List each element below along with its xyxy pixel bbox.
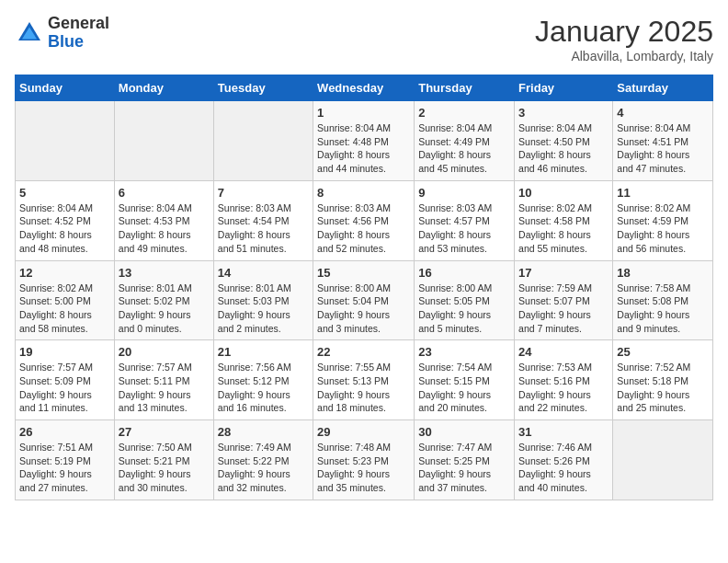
month-title: January 2025 (535, 15, 713, 49)
day-info: Sunrise: 7:46 AM Sunset: 5:26 PM Dayligh… (518, 441, 609, 495)
day-number: 17 (518, 266, 609, 280)
weekday-header-wednesday: Wednesday (313, 75, 415, 101)
day-info: Sunrise: 8:02 AM Sunset: 4:58 PM Dayligh… (518, 201, 609, 256)
day-info: Sunrise: 7:51 AM Sunset: 5:19 PM Dayligh… (19, 441, 110, 495)
day-info: Sunrise: 8:03 AM Sunset: 4:54 PM Dayligh… (218, 201, 309, 256)
day-number: 5 (19, 186, 110, 200)
week-row-5: 26Sunrise: 7:51 AM Sunset: 5:19 PM Dayli… (16, 420, 713, 500)
day-number: 30 (418, 425, 510, 439)
calendar-cell: 15Sunrise: 8:00 AM Sunset: 5:04 PM Dayli… (313, 260, 415, 340)
day-info: Sunrise: 8:04 AM Sunset: 4:49 PM Dayligh… (418, 121, 510, 176)
calendar-cell: 31Sunrise: 7:46 AM Sunset: 5:26 PM Dayli… (515, 420, 613, 500)
calendar-cell (114, 101, 213, 181)
day-number: 26 (19, 425, 110, 439)
calendar-cell (213, 101, 313, 181)
weekday-header-row: SundayMondayTuesdayWednesdayThursdayFrid… (16, 75, 713, 101)
day-number: 24 (518, 345, 609, 359)
calendar-cell: 6Sunrise: 8:04 AM Sunset: 4:53 PM Daylig… (114, 180, 213, 260)
calendar-cell: 17Sunrise: 7:59 AM Sunset: 5:07 PM Dayli… (515, 260, 613, 340)
day-info: Sunrise: 7:48 AM Sunset: 5:23 PM Dayligh… (317, 441, 410, 495)
calendar-cell: 30Sunrise: 7:47 AM Sunset: 5:25 PM Dayli… (415, 420, 515, 500)
day-number: 7 (218, 186, 309, 200)
day-number: 9 (418, 186, 510, 200)
day-info: Sunrise: 8:03 AM Sunset: 4:57 PM Dayligh… (418, 201, 510, 256)
calendar-cell: 23Sunrise: 7:54 AM Sunset: 5:15 PM Dayli… (415, 340, 515, 420)
calendar-cell: 12Sunrise: 8:02 AM Sunset: 5:00 PM Dayli… (16, 260, 115, 340)
calendar-cell: 4Sunrise: 8:04 AM Sunset: 4:51 PM Daylig… (613, 101, 713, 181)
calendar-cell: 28Sunrise: 7:49 AM Sunset: 5:22 PM Dayli… (213, 420, 313, 500)
day-number: 31 (518, 425, 609, 439)
calendar-cell: 1Sunrise: 8:04 AM Sunset: 4:48 PM Daylig… (313, 101, 415, 181)
calendar-cell: 10Sunrise: 8:02 AM Sunset: 4:58 PM Dayli… (515, 180, 613, 260)
day-number: 2 (418, 106, 510, 120)
weekday-header-tuesday: Tuesday (213, 75, 313, 101)
day-info: Sunrise: 8:04 AM Sunset: 4:48 PM Dayligh… (317, 121, 410, 176)
day-info: Sunrise: 8:04 AM Sunset: 4:52 PM Dayligh… (19, 201, 110, 256)
day-number: 3 (518, 106, 609, 120)
day-info: Sunrise: 7:57 AM Sunset: 5:09 PM Dayligh… (19, 361, 110, 415)
calendar-cell: 20Sunrise: 7:57 AM Sunset: 5:11 PM Dayli… (114, 340, 213, 420)
calendar-cell: 21Sunrise: 7:56 AM Sunset: 5:12 PM Dayli… (213, 340, 313, 420)
logo-general: General (48, 15, 109, 33)
calendar-cell: 22Sunrise: 7:55 AM Sunset: 5:13 PM Dayli… (313, 340, 415, 420)
calendar-cell: 27Sunrise: 7:50 AM Sunset: 5:21 PM Dayli… (114, 420, 213, 500)
day-number: 13 (119, 266, 210, 280)
calendar-cell: 9Sunrise: 8:03 AM Sunset: 4:57 PM Daylig… (415, 180, 515, 260)
logo: General Blue (15, 15, 109, 52)
weekday-header-monday: Monday (114, 75, 213, 101)
day-info: Sunrise: 7:58 AM Sunset: 5:08 PM Dayligh… (617, 282, 709, 336)
calendar-cell: 19Sunrise: 7:57 AM Sunset: 5:09 PM Dayli… (16, 340, 115, 420)
calendar-cell: 14Sunrise: 8:01 AM Sunset: 5:03 PM Dayli… (213, 260, 313, 340)
calendar-cell: 29Sunrise: 7:48 AM Sunset: 5:23 PM Dayli… (313, 420, 415, 500)
day-info: Sunrise: 8:04 AM Sunset: 4:50 PM Dayligh… (518, 121, 609, 176)
weekday-header-saturday: Saturday (613, 75, 713, 101)
weekday-header-sunday: Sunday (16, 75, 115, 101)
day-number: 16 (418, 266, 510, 280)
calendar-cell (613, 420, 713, 500)
calendar-cell: 13Sunrise: 8:01 AM Sunset: 5:02 PM Dayli… (114, 260, 213, 340)
day-info: Sunrise: 7:50 AM Sunset: 5:21 PM Dayligh… (119, 441, 210, 495)
calendar-cell: 5Sunrise: 8:04 AM Sunset: 4:52 PM Daylig… (16, 180, 115, 260)
day-info: Sunrise: 7:53 AM Sunset: 5:16 PM Dayligh… (518, 361, 609, 415)
day-number: 6 (119, 186, 210, 200)
day-info: Sunrise: 8:01 AM Sunset: 5:02 PM Dayligh… (119, 282, 210, 336)
calendar-cell: 24Sunrise: 7:53 AM Sunset: 5:16 PM Dayli… (515, 340, 613, 420)
day-info: Sunrise: 7:57 AM Sunset: 5:11 PM Dayligh… (119, 361, 210, 415)
day-number: 21 (218, 345, 309, 359)
day-info: Sunrise: 8:02 AM Sunset: 5:00 PM Dayligh… (19, 282, 110, 336)
day-info: Sunrise: 7:55 AM Sunset: 5:13 PM Dayligh… (317, 361, 410, 415)
day-number: 1 (317, 106, 410, 120)
calendar-cell: 3Sunrise: 8:04 AM Sunset: 4:50 PM Daylig… (515, 101, 613, 181)
day-number: 20 (119, 345, 210, 359)
title-block: January 2025 Albavilla, Lombardy, Italy (535, 15, 713, 63)
week-row-1: 1Sunrise: 8:04 AM Sunset: 4:48 PM Daylig… (16, 101, 713, 181)
day-number: 22 (317, 345, 410, 359)
day-info: Sunrise: 8:04 AM Sunset: 4:53 PM Dayligh… (119, 201, 210, 256)
day-number: 19 (19, 345, 110, 359)
logo-icon (15, 18, 44, 48)
day-number: 29 (317, 425, 410, 439)
day-info: Sunrise: 7:59 AM Sunset: 5:07 PM Dayligh… (518, 282, 609, 336)
calendar-cell: 8Sunrise: 8:03 AM Sunset: 4:56 PM Daylig… (313, 180, 415, 260)
day-number: 15 (317, 266, 410, 280)
calendar-cell: 2Sunrise: 8:04 AM Sunset: 4:49 PM Daylig… (415, 101, 515, 181)
week-row-2: 5Sunrise: 8:04 AM Sunset: 4:52 PM Daylig… (16, 180, 713, 260)
calendar-cell (16, 101, 115, 181)
day-number: 18 (617, 266, 709, 280)
calendar-cell: 7Sunrise: 8:03 AM Sunset: 4:54 PM Daylig… (213, 180, 313, 260)
day-info: Sunrise: 8:02 AM Sunset: 4:59 PM Dayligh… (617, 201, 709, 256)
day-number: 23 (418, 345, 510, 359)
week-row-3: 12Sunrise: 8:02 AM Sunset: 5:00 PM Dayli… (16, 260, 713, 340)
day-number: 11 (617, 186, 709, 200)
day-number: 10 (518, 186, 609, 200)
day-info: Sunrise: 7:47 AM Sunset: 5:25 PM Dayligh… (418, 441, 510, 495)
calendar: SundayMondayTuesdayWednesdayThursdayFrid… (15, 75, 713, 500)
calendar-cell: 25Sunrise: 7:52 AM Sunset: 5:18 PM Dayli… (613, 340, 713, 420)
calendar-cell: 18Sunrise: 7:58 AM Sunset: 5:08 PM Dayli… (613, 260, 713, 340)
day-number: 28 (218, 425, 309, 439)
day-info: Sunrise: 7:49 AM Sunset: 5:22 PM Dayligh… (218, 441, 309, 495)
day-info: Sunrise: 7:52 AM Sunset: 5:18 PM Dayligh… (617, 361, 709, 415)
day-number: 27 (119, 425, 210, 439)
day-info: Sunrise: 8:03 AM Sunset: 4:56 PM Dayligh… (317, 201, 410, 256)
page-header: General Blue January 2025 Albavilla, Lom… (15, 15, 713, 63)
